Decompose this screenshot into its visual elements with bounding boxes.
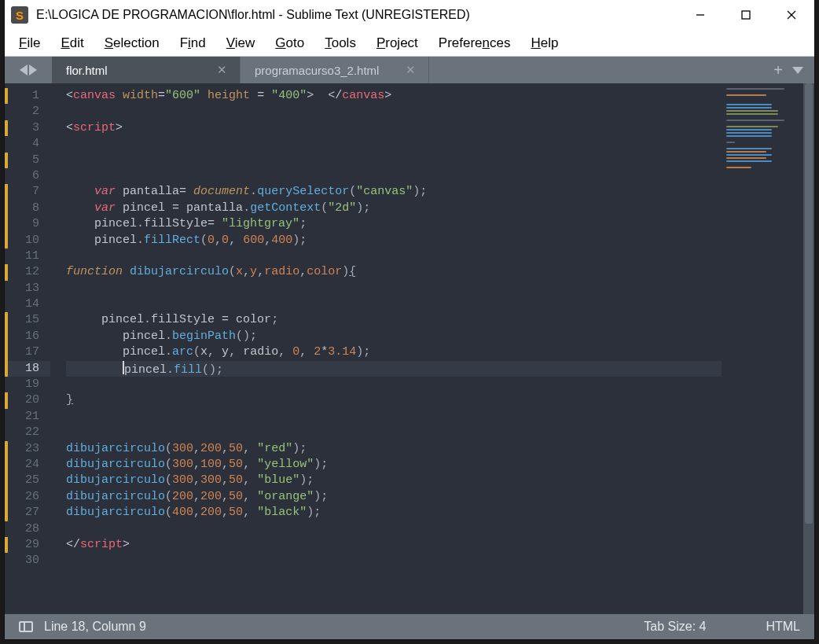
tab-back-icon bbox=[20, 64, 28, 75]
statusbar: Line 18, Column 9 Tab Size: 4 HTML bbox=[5, 614, 814, 639]
minimize-button[interactable] bbox=[678, 0, 723, 30]
minimap[interactable] bbox=[722, 83, 814, 614]
editor[interactable]: 1234567891011121314151617181920212223242… bbox=[5, 83, 814, 614]
menu-preferences[interactable]: Preferences bbox=[429, 32, 520, 54]
tab-flor[interactable]: flor.html ✕ bbox=[52, 57, 241, 83]
new-tab-button[interactable]: + bbox=[773, 62, 783, 78]
menu-find[interactable]: Find bbox=[171, 32, 215, 54]
cursor-position[interactable]: Line 18, Column 9 bbox=[44, 620, 146, 634]
syntax-mode[interactable]: HTML bbox=[766, 620, 800, 634]
menubar: File Edit Selection Find View Goto Tools… bbox=[5, 30, 814, 57]
menu-project[interactable]: Project bbox=[367, 32, 428, 54]
menu-goto[interactable]: Goto bbox=[266, 32, 314, 54]
menu-selection[interactable]: Selection bbox=[95, 32, 169, 54]
window-controls bbox=[678, 0, 814, 30]
tabbar: flor.html ✕ programacurso3_2.html ✕ + bbox=[5, 57, 814, 83]
gutter: 1234567891011121314151617181920212223242… bbox=[5, 83, 50, 614]
tab-forward-icon bbox=[29, 64, 37, 75]
tab-programacurso[interactable]: programacurso3_2.html ✕ bbox=[241, 57, 429, 83]
tab-label: flor.html bbox=[66, 64, 108, 77]
window-title: E:\LOGICA DE PROGRAMACION\flor.html - Su… bbox=[36, 8, 470, 22]
maximize-button[interactable] bbox=[723, 0, 769, 30]
tab-history-nav[interactable] bbox=[5, 57, 52, 83]
menu-help[interactable]: Help bbox=[522, 32, 568, 54]
titlebar: S E:\LOGICA DE PROGRAMACION\flor.html - … bbox=[5, 0, 814, 30]
menu-tools[interactable]: Tools bbox=[315, 32, 365, 54]
svg-rect-1 bbox=[742, 11, 750, 19]
scrollbar-thumb[interactable] bbox=[805, 83, 813, 524]
panel-switcher-icon[interactable] bbox=[19, 621, 33, 632]
menu-view[interactable]: View bbox=[217, 32, 265, 54]
menu-edit[interactable]: Edit bbox=[51, 32, 93, 54]
tab-label: programacurso3_2.html bbox=[255, 64, 379, 77]
close-button[interactable] bbox=[769, 0, 814, 30]
tab-close-icon[interactable]: ✕ bbox=[406, 63, 416, 77]
tab-close-icon[interactable]: ✕ bbox=[217, 63, 227, 77]
menu-file[interactable]: File bbox=[9, 32, 50, 54]
code-area[interactable]: <canvas width="600" height = "400"> </ca… bbox=[50, 83, 722, 614]
app-icon: S bbox=[11, 6, 28, 24]
tab-dropdown-icon[interactable] bbox=[792, 67, 803, 74]
vertical-scrollbar[interactable] bbox=[803, 83, 814, 614]
tab-size[interactable]: Tab Size: 4 bbox=[644, 620, 706, 634]
app-window: S E:\LOGICA DE PROGRAMACION\flor.html - … bbox=[5, 0, 814, 639]
